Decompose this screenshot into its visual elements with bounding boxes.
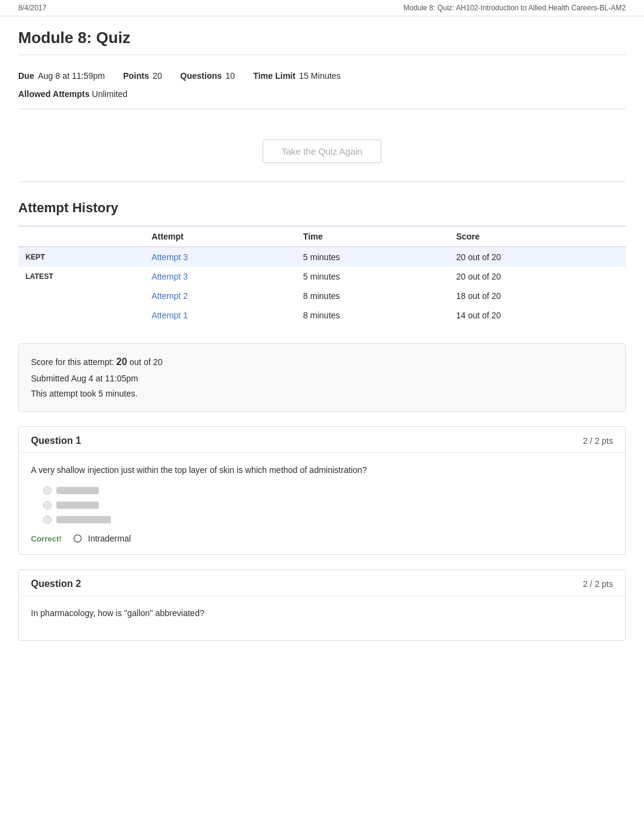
meta-points: Points 20 [123, 71, 162, 81]
answer-radio [43, 515, 52, 524]
questions-value: 10 [226, 71, 235, 81]
attempt-row-time: 8 minutes [296, 286, 449, 306]
col-header-score: Score [449, 226, 626, 247]
attempt-row-score: 14 out of 20 [449, 306, 626, 325]
answer-text-blurred [56, 487, 99, 494]
attempt-row-link[interactable]: Attempt 3 [144, 267, 296, 286]
answer-option [43, 486, 613, 495]
score-line: Score for this attempt: 20 out of 20 [31, 354, 613, 371]
attempt-row-link[interactable]: Attempt 2 [144, 286, 296, 306]
question-body: In pharmacology, how is "gallon" abbrevi… [19, 596, 625, 640]
top-bar-date: 8/4/2017 [18, 4, 47, 12]
attempt-row-label [18, 286, 144, 306]
attempt-history-title: Attempt History [18, 200, 626, 216]
answer-radio [43, 486, 52, 495]
correct-answer-text: Intradermal [88, 534, 131, 543]
answer-text-blurred [56, 516, 111, 523]
take-quiz-again-button[interactable]: Take the Quiz Again [263, 139, 381, 163]
col-header-label [18, 226, 144, 247]
attempt-row: Attempt 1 8 minutes 14 out of 20 [18, 306, 626, 325]
question-block: Question 1 2 / 2 pts A very shallow inje… [18, 426, 626, 555]
attempt-row-link[interactable]: Attempt 1 [144, 306, 296, 325]
score-out-of: out of 20 [130, 357, 163, 367]
meta-time-limit: Time Limit 15 Minutes [253, 71, 340, 81]
score-info-box: Score for this attempt: 20 out of 20 Sub… [18, 343, 626, 412]
attempt-history-table: Attempt Time Score KEPT Attempt 3 5 minu… [18, 226, 626, 325]
attempt-row-label [18, 306, 144, 325]
question-header: Question 1 2 / 2 pts [19, 427, 625, 453]
questions-label: Questions [180, 71, 221, 81]
due-value: Aug 8 at 11:59pm [38, 71, 105, 81]
question-body: A very shallow injection just within the… [19, 453, 625, 554]
top-bar-breadcrumb: Module 8: Quiz: AH102-Introduction to Al… [403, 4, 626, 12]
col-header-time: Time [296, 226, 449, 247]
attempt-row: LATEST Attempt 3 5 minutes 20 out of 20 [18, 267, 626, 286]
due-label: Due [18, 71, 34, 81]
question-pts: 2 / 2 pts [583, 436, 613, 446]
answer-options [31, 486, 613, 524]
time-limit-value: 15 Minutes [299, 71, 340, 81]
col-header-attempt: Attempt [144, 226, 296, 247]
attempt-row-label: LATEST [18, 267, 144, 286]
attempt-row-score: 20 out of 20 [449, 247, 626, 267]
allowed-attempts-value: Unlimited [92, 89, 127, 99]
question-title: Question 1 [31, 435, 81, 446]
attempt-row-time: 8 minutes [296, 306, 449, 325]
question-block: Question 2 2 / 2 pts In pharmacology, ho… [18, 569, 626, 641]
question-title: Question 2 [31, 578, 81, 589]
attempt-row-score: 18 out of 20 [449, 286, 626, 306]
attempt-row: Attempt 2 8 minutes 18 out of 20 [18, 286, 626, 306]
attempt-row-score: 20 out of 20 [449, 267, 626, 286]
allowed-attempts-label: Allowed Attempts [18, 89, 90, 99]
quiz-again-section: Take the Quiz Again [18, 121, 626, 182]
correct-label: Correct! [31, 534, 67, 543]
points-value: 20 [153, 71, 163, 81]
attempt-row: KEPT Attempt 3 5 minutes 20 out of 20 [18, 247, 626, 267]
correct-radio [73, 534, 82, 543]
submitted-line: Submitted Aug 4 at 11:05pm [31, 371, 613, 386]
attempt-row-link[interactable]: Attempt 3 [144, 247, 296, 267]
score-value: 20 [116, 357, 127, 367]
time-limit-label: Time Limit [253, 71, 295, 81]
question-text: A very shallow injection just within the… [31, 464, 613, 477]
question-header: Question 2 2 / 2 pts [19, 570, 625, 596]
attempt-row-time: 5 minutes [296, 267, 449, 286]
question-text: In pharmacology, how is "gallon" abbrevi… [31, 607, 613, 620]
meta-questions: Questions 10 [180, 71, 235, 81]
meta-due: Due Aug 8 at 11:59pm [18, 71, 105, 81]
page-title: Module 8: Quiz [18, 29, 626, 55]
answer-text-blurred [56, 501, 99, 509]
attempt-row-label: KEPT [18, 247, 144, 267]
question-pts: 2 / 2 pts [583, 579, 613, 589]
correct-answer-row: Correct! Intradermal [31, 534, 613, 543]
attempt-row-time: 5 minutes [296, 247, 449, 267]
duration-line: This attempt took 5 minutes. [31, 386, 613, 401]
answer-radio [43, 501, 52, 509]
meta-allowed-attempts: Allowed Attempts Unlimited [18, 89, 626, 109]
answer-option [43, 501, 613, 509]
points-label: Points [123, 71, 149, 81]
answer-option [43, 515, 613, 524]
